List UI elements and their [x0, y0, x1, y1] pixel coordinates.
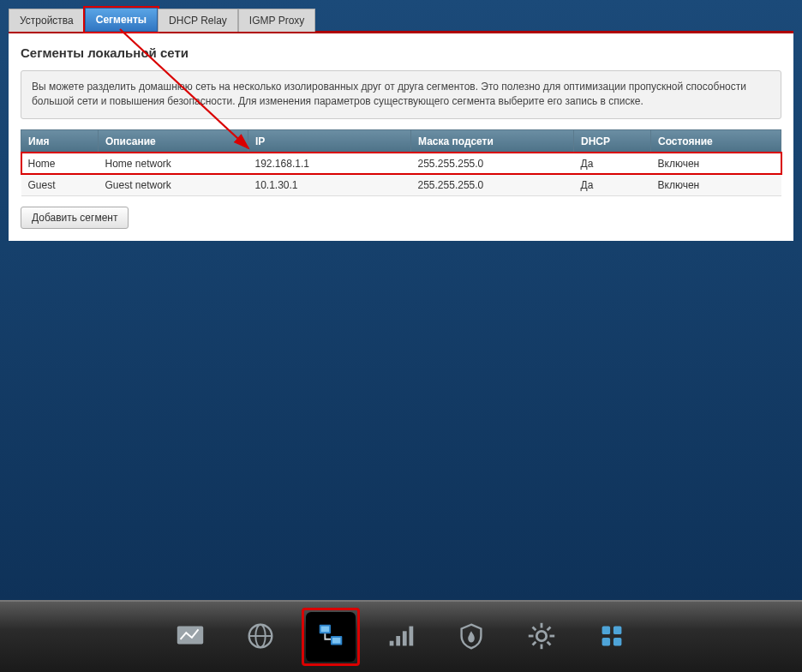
table-row[interactable]: Guest Guest network 10.1.30.1 255.255.25…: [21, 174, 781, 195]
table-header-row: Имя Описание IP Маска подсети DHCP Состо…: [21, 129, 781, 153]
svg-rect-24: [602, 637, 611, 645]
globe-icon: [244, 620, 277, 655]
dock: [0, 600, 802, 672]
cell-name: Guest: [21, 174, 99, 195]
dock-firewall[interactable]: [446, 612, 496, 662]
tab-dhcp-relay[interactable]: DHCP Relay: [158, 9, 238, 32]
network-icon: [314, 620, 347, 655]
dock-dashboard[interactable]: [165, 612, 215, 662]
svg-rect-8: [332, 637, 341, 643]
col-ip: IP: [248, 129, 411, 153]
tab-segments-label: Сегменты: [96, 14, 147, 26]
cell-desc: Guest network: [99, 174, 248, 195]
svg-point-13: [536, 631, 546, 640]
svg-line-19: [548, 641, 551, 645]
segments-table: Имя Описание IP Маска подсети DHCP Состо…: [21, 129, 781, 196]
svg-rect-11: [403, 631, 407, 645]
svg-rect-12: [410, 626, 414, 645]
dock-apps[interactable]: [587, 612, 637, 662]
cell-dhcp: Да: [574, 153, 651, 174]
col-desc: Описание: [99, 129, 248, 153]
page-title: Сегменты локальной сети: [21, 45, 781, 60]
cell-mask: 255.255.255.0: [411, 153, 574, 174]
dock-internet[interactable]: [236, 612, 285, 662]
dock-network[interactable]: [306, 612, 356, 662]
cell-state: Включен: [651, 153, 781, 174]
add-segment-button[interactable]: Добавить сегмент: [21, 207, 129, 229]
col-mask: Маска подсети: [411, 129, 574, 153]
svg-line-18: [533, 627, 536, 630]
dock-settings[interactable]: [517, 612, 566, 662]
cell-state: Включен: [651, 174, 781, 195]
cell-ip: 192.168.1.1: [248, 153, 411, 174]
cell-desc: Home network: [99, 153, 248, 174]
col-name: Имя: [21, 129, 99, 153]
cell-dhcp: Да: [574, 174, 651, 195]
tab-segments[interactable]: Сегменты: [85, 8, 158, 32]
gear-icon: [525, 620, 558, 655]
col-dhcp: DHCP: [574, 129, 651, 153]
svg-rect-25: [613, 637, 622, 645]
svg-rect-9: [390, 640, 394, 645]
cell-ip: 10.1.30.1: [248, 174, 411, 195]
tabbar: Устройства Сегменты DHCP Relay IGMP Prox…: [0, 0, 802, 31]
svg-rect-10: [396, 636, 400, 645]
info-text: Вы можете разделить домашнюю сеть на нес…: [21, 70, 781, 119]
svg-rect-23: [613, 626, 622, 634]
firewall-icon: [455, 620, 488, 655]
col-state: Состояние: [651, 129, 781, 153]
signal-icon: [385, 620, 417, 655]
svg-line-21: [533, 641, 536, 645]
dock-wifi[interactable]: [376, 612, 426, 662]
svg-rect-22: [602, 626, 611, 634]
svg-rect-6: [321, 626, 330, 632]
svg-line-20: [548, 627, 551, 630]
table-row[interactable]: Home Home network 192.168.1.1 255.255.25…: [21, 153, 781, 174]
segments-panel: Сегменты локальной сети Вы можете раздел…: [9, 31, 793, 241]
tab-igmp-proxy[interactable]: IGMP Proxy: [238, 9, 315, 32]
cell-mask: 255.255.255.0: [411, 174, 574, 195]
dashboard-icon: [174, 620, 206, 655]
apps-icon: [596, 620, 628, 655]
cell-name: Home: [21, 153, 99, 174]
tab-devices[interactable]: Устройства: [9, 9, 85, 32]
